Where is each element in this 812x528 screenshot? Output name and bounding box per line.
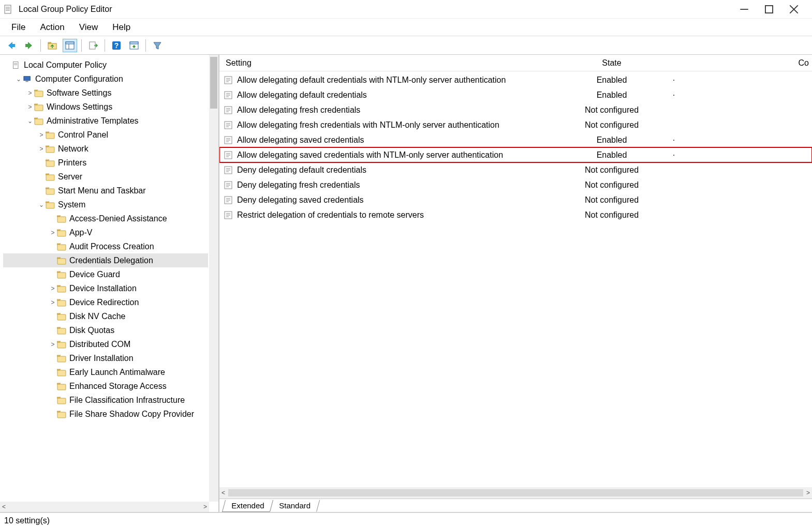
setting-name: Allow delegating saved credentials: [237, 135, 364, 145]
expander-icon[interactable]: >: [26, 89, 34, 97]
help-button[interactable]: ?: [109, 39, 124, 52]
scroll-left-icon[interactable]: <: [2, 503, 6, 510]
scroll-right-icon[interactable]: >: [203, 503, 207, 510]
svg-rect-29: [46, 189, 54, 194]
tree-item-software-settings[interactable]: >Software Settings: [3, 86, 208, 100]
tree-item-file-share[interactable]: File Share Shadow Copy Provider: [3, 407, 208, 421]
expander-icon[interactable]: >: [49, 229, 57, 236]
tree-item-start-menu[interactable]: Start Menu and Taskbar: [3, 184, 208, 198]
svg-rect-32: [57, 231, 66, 236]
setting-name: Allow delegating default credentials wit…: [237, 76, 506, 85]
column-header-state[interactable]: State: [555, 58, 669, 68]
tree-item-appv[interactable]: >App-V: [3, 225, 208, 239]
expander-icon[interactable]: >: [26, 103, 34, 111]
tree-computer-configuration[interactable]: ⌄ Computer Configuration: [3, 72, 208, 86]
expander-icon[interactable]: >: [49, 285, 57, 292]
tab-extended[interactable]: Extended: [222, 500, 274, 512]
menu-action[interactable]: Action: [33, 20, 71, 35]
tree-item-disk-quotas[interactable]: Disk Quotas: [3, 323, 208, 337]
folder-icon: [57, 243, 66, 251]
setting-row[interactable]: Allow delegating default credentials wit…: [219, 72, 812, 87]
up-folder-button[interactable]: [45, 39, 60, 52]
tree-item-network[interactable]: >Network: [3, 142, 208, 156]
folder-icon: [57, 298, 66, 307]
tree-item-audit[interactable]: Audit Process Creation: [3, 239, 208, 253]
tree-item-printers[interactable]: Printers: [3, 156, 208, 170]
list-header[interactable]: Setting State Co: [219, 55, 812, 71]
forward-button[interactable]: [22, 39, 36, 52]
setting-state: Enabled: [555, 90, 669, 100]
svg-rect-42: [57, 370, 66, 376]
tree-item-control-panel[interactable]: >Control Panel: [3, 128, 208, 142]
expander-icon[interactable]: >: [49, 299, 57, 306]
tree-item-access-denied[interactable]: Access-Denied Assistance: [3, 212, 208, 225]
expander-icon[interactable]: ⌄: [26, 117, 34, 125]
menu-file[interactable]: File: [4, 20, 33, 35]
tree-item-server[interactable]: Server: [3, 170, 208, 184]
tree-item-driver-install[interactable]: Driver Installation: [3, 351, 208, 365]
tree-item-early-launch[interactable]: Early Launch Antimalware: [3, 365, 208, 379]
settings-list[interactable]: Allow delegating default credentials wit…: [219, 71, 812, 487]
expander-icon[interactable]: ⌄: [14, 76, 23, 83]
svg-text:?: ?: [114, 41, 119, 50]
setting-row[interactable]: Deny delegating default credentialsNot c…: [219, 162, 812, 177]
column-header-comment[interactable]: Co: [669, 58, 812, 68]
tree-item-device-redir[interactable]: >Device Redirection: [3, 295, 208, 309]
expander-icon[interactable]: >: [37, 131, 46, 139]
tree-item-disk-nv[interactable]: Disk NV Cache: [3, 309, 208, 323]
tree-root[interactable]: Local Computer Policy: [3, 58, 208, 72]
scrollbar-track[interactable]: [228, 489, 803, 496]
menu-help[interactable]: Help: [105, 20, 138, 35]
tree-item-enhanced-storage[interactable]: Enhanced Storage Access: [3, 379, 208, 393]
close-button[interactable]: [789, 5, 799, 14]
tree-item-dcom[interactable]: >Distributed COM: [3, 337, 208, 351]
setting-row[interactable]: Allow delegating fresh credentials with …: [219, 117, 812, 132]
setting-state: Not configured: [555, 195, 669, 205]
tree-item-windows-settings[interactable]: >Windows Settings: [3, 100, 208, 114]
svg-rect-21: [25, 81, 28, 82]
expander-icon[interactable]: >: [49, 341, 57, 348]
svg-rect-30: [46, 203, 54, 208]
expander-icon[interactable]: >: [37, 145, 46, 153]
tree-item-device-guard[interactable]: Device Guard: [3, 267, 208, 281]
show-hide-tree-button[interactable]: [63, 39, 77, 52]
tree-item-system[interactable]: ⌄System: [3, 198, 208, 212]
svg-rect-26: [46, 147, 54, 153]
setting-row[interactable]: Allow delegating saved credentials with …: [219, 147, 812, 162]
setting-icon: [224, 135, 233, 145]
folder-icon: [57, 215, 66, 223]
scroll-left-icon[interactable]: <: [222, 489, 225, 496]
policy-tree[interactable]: Local Computer Policy ⌄ Computer Configu…: [3, 58, 218, 421]
tree-item-file-class[interactable]: File Classification Infrastructure: [3, 393, 208, 407]
back-button[interactable]: [4, 39, 19, 52]
setting-row[interactable]: Restrict delegation of credentials to re…: [219, 207, 812, 222]
tree-vertical-scrollbar[interactable]: [209, 55, 218, 502]
tree-item-device-install[interactable]: >Device Installation: [3, 281, 208, 295]
setting-row[interactable]: Allow delegating fresh credentialsNot co…: [219, 102, 812, 117]
export-list-button[interactable]: [86, 39, 100, 52]
tree-item-admin-templates[interactable]: ⌄Administrative Templates: [3, 114, 208, 128]
setting-row[interactable]: Deny delegating fresh credentialsNot con…: [219, 177, 812, 192]
tree-item-cred-deleg[interactable]: Credentials Delegation: [3, 253, 208, 267]
tab-standard[interactable]: Standard: [270, 500, 320, 512]
maximize-button[interactable]: [764, 5, 774, 14]
svg-rect-40: [57, 342, 66, 348]
scrollbar-thumb[interactable]: [210, 57, 217, 109]
minimize-button[interactable]: [740, 5, 749, 14]
setting-row[interactable]: Allow delegating default credentialsEnab…: [219, 87, 812, 102]
setting-row[interactable]: Deny delegating saved credentialsNot con…: [219, 192, 812, 207]
menu-view[interactable]: View: [72, 20, 106, 35]
filter-button[interactable]: [150, 39, 165, 52]
policy-view-button[interactable]: [127, 39, 141, 52]
column-header-setting[interactable]: Setting: [224, 58, 555, 68]
toolbar-separator: [40, 39, 41, 52]
details-horizontal-scrollbar[interactable]: < >: [219, 487, 812, 499]
scroll-right-icon[interactable]: >: [806, 489, 810, 496]
expander-icon[interactable]: ⌄: [37, 201, 46, 208]
setting-row[interactable]: Allow delegating saved credentialsEnable…: [219, 132, 812, 147]
app-icon: [3, 4, 13, 14]
svg-rect-38: [57, 314, 66, 320]
folder-icon: [46, 173, 55, 181]
tree-label: Device Redirection: [69, 298, 139, 307]
tree-horizontal-scrollbar[interactable]: < >: [0, 502, 209, 512]
